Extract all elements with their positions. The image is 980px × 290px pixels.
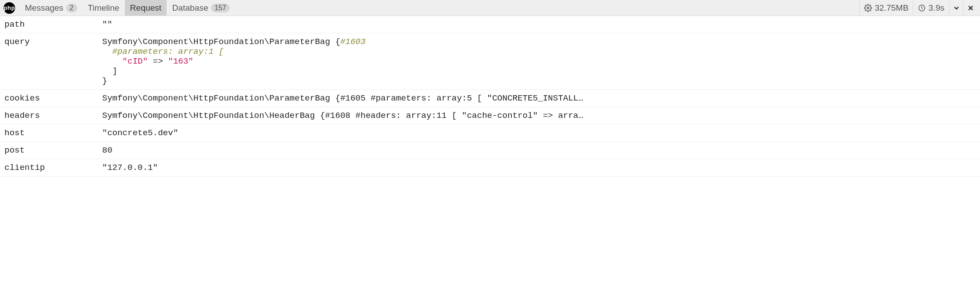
- table-row[interactable]: path "": [0, 16, 980, 33]
- row-value: "127.0.0.1": [102, 163, 976, 173]
- time-value: 3.9s: [928, 3, 944, 13]
- php-logo: php: [4, 2, 15, 14]
- tab-label: Database: [172, 3, 208, 13]
- table-row[interactable]: post 80: [0, 142, 980, 159]
- tab-timeline[interactable]: Timeline: [83, 0, 125, 16]
- tab-messages[interactable]: Messages 2: [20, 0, 83, 16]
- row-value: 80: [102, 145, 976, 155]
- close-icon: [967, 4, 975, 12]
- tab-database[interactable]: Database 157: [167, 0, 235, 16]
- row-value: Symfony\Component\HttpFoundation\Paramet…: [102, 93, 976, 103]
- clock-icon: [918, 4, 926, 12]
- table-row[interactable]: query Symfony\Component\HttpFoundation\P…: [0, 33, 980, 90]
- tab-list: Messages 2 Timeline Request Database 157: [20, 0, 235, 16]
- tab-badge: 157: [211, 4, 230, 12]
- row-key: query: [4, 37, 102, 47]
- tab-request[interactable]: Request: [125, 0, 167, 16]
- row-key: post: [4, 145, 102, 155]
- row-value: Symfony\Component\HttpFoundation\HeaderB…: [102, 111, 976, 121]
- row-key: headers: [4, 111, 102, 121]
- row-key: host: [4, 128, 102, 138]
- gear-icon: [864, 4, 872, 12]
- chevron-down-icon: [952, 4, 960, 12]
- row-key: clientip: [4, 163, 102, 173]
- svg-point-0: [867, 7, 869, 9]
- row-value: Symfony\Component\HttpFoundation\Paramet…: [102, 37, 976, 86]
- request-table: path "" query Symfony\Component\HttpFoun…: [0, 16, 980, 177]
- row-key: cookies: [4, 93, 102, 103]
- row-value: "concrete5.dev": [102, 128, 976, 138]
- table-row[interactable]: clientip "127.0.0.1": [0, 159, 980, 177]
- tab-label: Request: [130, 3, 162, 13]
- tab-badge: 2: [66, 4, 77, 12]
- tab-label: Messages: [25, 3, 64, 13]
- table-row[interactable]: headers Symfony\Component\HttpFoundation…: [0, 107, 980, 125]
- memory-stat: 32.75MB: [859, 0, 913, 16]
- close-button[interactable]: [963, 0, 977, 16]
- row-key: path: [4, 20, 102, 29]
- memory-value: 32.75MB: [875, 3, 908, 13]
- debug-toolbar: php Messages 2 Timeline Request Database…: [0, 0, 980, 16]
- time-stat: 3.9s: [913, 0, 949, 16]
- table-row[interactable]: host "concrete5.dev": [0, 125, 980, 142]
- table-row[interactable]: cookies Symfony\Component\HttpFoundation…: [0, 90, 980, 107]
- row-value: "": [102, 20, 976, 29]
- collapse-button[interactable]: [949, 0, 963, 16]
- tab-label: Timeline: [88, 3, 120, 13]
